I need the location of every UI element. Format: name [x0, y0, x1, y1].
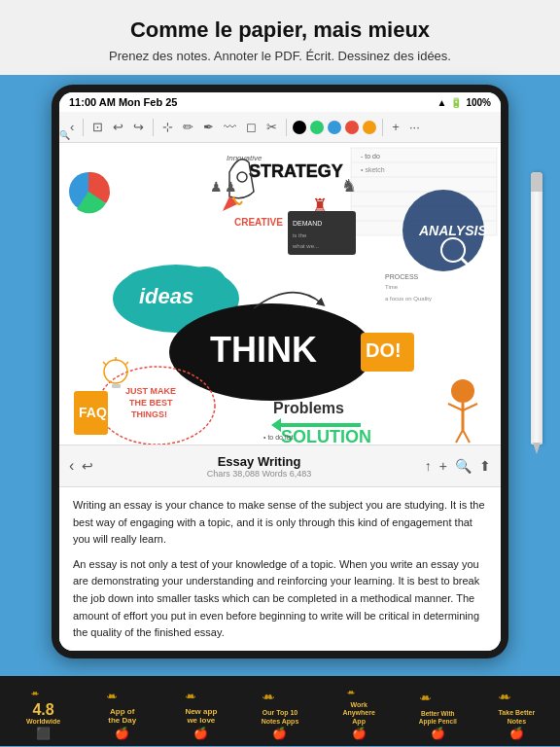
doc-paragraph-2: An essay is not only a test of your know… — [73, 556, 487, 642]
svg-text:THE BEST: THE BEST — [129, 398, 173, 408]
document-text: 🔍 Writing an essay is your chance to mak… — [59, 487, 501, 651]
color-green[interactable] — [310, 121, 324, 134]
svg-text:♟: ♟ — [225, 179, 237, 195]
add-page-btn[interactable]: + — [439, 458, 447, 474]
doc-toolbar-left: ‹ ↩ — [69, 457, 93, 475]
more-btn[interactable]: ··· — [406, 119, 423, 135]
badge-1-icon: ⬛ — [36, 727, 51, 740]
svg-text:what we...: what we... — [292, 243, 319, 249]
pencil-top — [531, 172, 542, 192]
badge-top10-text: Our Top 10Notes Apps — [262, 709, 299, 726]
svg-text:- read feedback online: - read feedback online — [263, 444, 322, 445]
sep3 — [286, 119, 287, 136]
badge-take-notes: ❧ ❧ Take BetterNotes 🍎 — [478, 682, 554, 740]
color-orange[interactable] — [363, 121, 376, 134]
doc-toolbar: ‹ ↩ Essay Writing Chars 38,088 Words 6,4… — [59, 445, 501, 487]
svg-text:JUST MAKE: JUST MAKE — [125, 386, 176, 396]
badge-laurel-5: ❧ ❧ — [324, 682, 394, 701]
doc-undo-btn[interactable]: ↩ — [82, 458, 93, 474]
undo-btn[interactable]: ↩ — [110, 119, 126, 135]
svg-text:a focus on Quality: a focus on Quality — [385, 296, 432, 302]
doc-title: Essay Writing — [207, 454, 311, 469]
svg-text:Innovative: Innovative — [227, 154, 262, 162]
badge-rating-number: 4.8 — [32, 702, 53, 718]
badge-apple-pencil: ❧ ❧ Better WithApple Pencil 🍎 — [400, 682, 475, 740]
sep4 — [382, 119, 383, 136]
doc-paragraph-1: Writing an essay is your chance to make … — [73, 497, 487, 549]
badge-work-text: WorkAnywhereApp — [342, 701, 374, 726]
svg-text:• to do list: • to do list — [263, 434, 294, 441]
doc-toolbar-right: ↑ + 🔍 ⬆ — [425, 458, 491, 474]
svg-text:❧: ❧ — [499, 691, 509, 704]
select-btn[interactable]: ⊹ — [159, 119, 176, 135]
lasso-btn[interactable]: ⊡ — [89, 119, 106, 135]
badge-rating: ❧ ❧ 4.8 Worldwide ⬛ — [6, 682, 82, 740]
badge-appday-text: App ofthe Day — [108, 707, 136, 726]
share-btn[interactable]: ↑ — [425, 458, 432, 474]
battery-icon: 🔋 — [450, 97, 462, 108]
badge-3-content: New appwe love 🍎 — [179, 707, 223, 740]
ipad-screen: 11:00 AM Mon Feb 25 ▲ 🔋 100% ‹ ⊡ ↩ ↪ ⊹ ✏… — [59, 92, 501, 651]
pencil-btn[interactable]: ✒ — [200, 119, 217, 135]
svg-text:CREATIVE: CREATIVE — [234, 217, 283, 228]
scissors-btn[interactable]: ✂ — [263, 119, 280, 135]
badge-newapp-text: New appwe love — [185, 707, 217, 726]
header-section: Comme le papier, mais mieux Prenez des n… — [0, 0, 560, 75]
svg-text:THINGS!: THINGS! — [131, 409, 167, 419]
badge-7-content: Take BetterNotes 🍎 — [493, 709, 542, 740]
badge-work-anywhere: ❧ ❧ WorkAnywhereApp 🍎 — [321, 682, 397, 740]
search-doc-btn[interactable]: 🔍 — [455, 458, 472, 474]
svg-text:DO!: DO! — [366, 339, 402, 361]
color-blue[interactable] — [328, 121, 341, 134]
svg-text:❧: ❧ — [262, 691, 272, 704]
badge-7-icon: 🍎 — [509, 727, 524, 740]
color-black[interactable] — [293, 121, 306, 134]
badge-6-content: Better WithApple Pencil 🍎 — [413, 710, 463, 740]
svg-text:♞: ♞ — [341, 176, 357, 196]
pencil-tip — [533, 443, 541, 454]
svg-text:- to do: - to do — [361, 153, 380, 160]
status-right: ▲ 🔋 100% — [438, 97, 491, 108]
sub-title: Prenez des notes. Annoter le PDF. Écrit.… — [19, 49, 541, 63]
blue-background: 11:00 AM Mon Feb 25 ▲ 🔋 100% ‹ ⊡ ↩ ↪ ⊹ ✏… — [0, 75, 560, 746]
apple-pencil — [531, 172, 542, 445]
badge-laurel-3: ❧ ❧ — [166, 682, 236, 707]
svg-text:THINK: THINK — [210, 330, 317, 370]
redo-btn[interactable]: ↪ — [130, 119, 147, 135]
badge-top10: ❧ ❧ Our Top 10Notes Apps 🍎 — [242, 682, 318, 740]
badge-6-icon: 🍎 — [431, 727, 445, 740]
svg-text:ideas: ideas — [139, 284, 193, 308]
badge-pencil-text: Better WithApple Pencil — [419, 710, 457, 726]
doc-back-btn[interactable]: ‹ — [69, 457, 74, 475]
svg-text:PROCESS: PROCESS — [385, 273, 419, 280]
badge-laurel-1: ❧ ❧ — [9, 682, 79, 702]
badge-4-content: Our Top 10Notes Apps 🍎 — [256, 709, 305, 740]
drawing-toolbar: ‹ ⊡ ↩ ↪ ⊹ ✏ ✒ 〰 ◻ ✂ + ··· — [59, 112, 501, 143]
ipad-device: 11:00 AM Mon Feb 25 ▲ 🔋 100% ‹ ⊡ ↩ ↪ ⊹ ✏… — [52, 85, 508, 658]
svg-text:SOLUTION: SOLUTION — [281, 427, 371, 445]
badge-2-content: App ofthe Day 🍎 — [102, 707, 142, 740]
export-btn[interactable]: ⬆ — [479, 458, 491, 474]
marker-btn[interactable]: 〰 — [221, 119, 239, 135]
status-bar: 11:00 AM Mon Feb 25 ▲ 🔋 100% — [59, 92, 501, 112]
eraser-btn[interactable]: ◻ — [243, 119, 260, 135]
svg-rect-51 — [112, 384, 121, 388]
sep1 — [83, 119, 84, 136]
color-red[interactable] — [345, 121, 359, 134]
canvas-svg: - to do • sketch ideas STRATEGY ♜ ♞ — [59, 143, 501, 445]
svg-text:❧: ❧ — [419, 691, 430, 705]
battery-percent: 100% — [466, 97, 491, 108]
badge-laurel-4: ❧ ❧ — [245, 682, 315, 709]
badge-4-icon: 🍎 — [272, 727, 287, 740]
svg-text:ANALYSIS: ANALYSIS — [418, 223, 487, 238]
svg-text:STRATEGY: STRATEGY — [249, 161, 343, 181]
drawing-canvas[interactable]: - to do • sketch ideas STRATEGY ♜ ♞ — [59, 143, 501, 445]
badge-rating-text: Worldwide — [26, 718, 60, 726]
badge-2-icon: 🍎 — [115, 727, 129, 740]
add-btn[interactable]: + — [389, 119, 402, 135]
svg-text:❧: ❧ — [185, 691, 194, 702]
pen-btn[interactable]: ✏ — [180, 119, 196, 135]
sep2 — [153, 119, 154, 136]
main-title: Comme le papier, mais mieux — [19, 18, 541, 43]
badge-new-app: ❧ ❧ New appwe love 🍎 — [163, 682, 239, 740]
